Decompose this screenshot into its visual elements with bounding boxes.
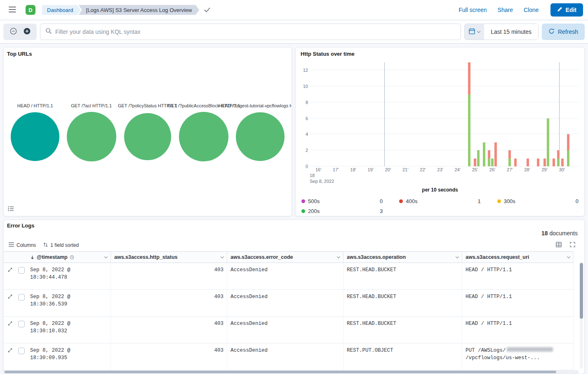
grid-corner-cell <box>4 252 16 263</box>
row-checkbox[interactable] <box>18 267 25 274</box>
column-menu-chevron[interactable] <box>567 255 570 258</box>
status-bar[interactable] <box>477 150 480 166</box>
select-row-cell <box>16 343 27 370</box>
density-button[interactable] <box>556 242 562 249</box>
legend-item-200s[interactable]: 200s3 <box>301 208 383 214</box>
status-bar[interactable] <box>491 159 494 166</box>
top-urls-chart: HEAD / HTTP/1.1GET /?acl HTTP/1.1GET /?p… <box>7 103 288 163</box>
status-bar[interactable] <box>468 62 470 166</box>
row-checkbox[interactable] <box>18 294 25 301</box>
column-header-request_uri[interactable]: aws.s3access.request_uri <box>462 252 574 263</box>
expand-row-button[interactable] <box>7 294 13 316</box>
add-filter-button[interactable] <box>24 28 31 36</box>
status-bar[interactable] <box>474 159 476 166</box>
row-checkbox[interactable] <box>18 321 25 327</box>
legend-toggle-button[interactable] <box>8 206 14 213</box>
column-header-timestamp[interactable]: @timestamp <box>27 252 111 263</box>
url-bubble-slice[interactable] <box>11 112 59 161</box>
full-screen-button[interactable]: Full screen <box>459 7 487 13</box>
url-bubble-item: HEAD / HTTP/1.1 <box>7 103 63 163</box>
grid-select-all-cell <box>16 252 27 263</box>
legend-label: 300s <box>504 198 515 204</box>
expand-row-button[interactable] <box>7 348 13 370</box>
cell-http_status: 403 <box>111 290 227 316</box>
expand-row-button[interactable] <box>7 321 13 343</box>
fullscreen-button[interactable] <box>570 242 575 249</box>
column-header-error_code[interactable]: aws.s3access.error_code <box>227 252 343 263</box>
status-bar[interactable] <box>508 150 511 166</box>
clone-button[interactable]: Clone <box>524 7 539 13</box>
header-left: D Dashboard [Logs AWS] S3 Server Access … <box>5 2 210 17</box>
horizontal-scrollbar-thumb[interactable] <box>5 371 556 373</box>
bar-segment-200s <box>477 150 480 166</box>
url-bubble-slice[interactable] <box>236 112 285 161</box>
column-menu-chevron[interactable] <box>456 255 459 258</box>
status-bar[interactable] <box>483 142 485 166</box>
calendar-button[interactable] <box>465 24 484 40</box>
space-avatar[interactable]: D <box>26 5 35 15</box>
refresh-button[interactable]: Refresh <box>542 24 585 40</box>
edit-button[interactable]: Edit <box>550 3 583 17</box>
search-icon <box>45 28 52 36</box>
filter-options-button[interactable] <box>10 28 17 36</box>
header: D Dashboard [Logs AWS] S3 Server Access … <box>0 0 588 20</box>
top-urls-panel: Top URLs HEAD / HTTP/1.1GET /?acl HTTP/1… <box>3 47 292 216</box>
breadcrumb-dashboard[interactable]: Dashboard <box>42 5 81 15</box>
expand-row-button[interactable] <box>7 267 13 289</box>
y-gridline <box>310 102 579 102</box>
x-tick-label: 23' <box>437 167 443 172</box>
vertical-scrollbar-thumb[interactable] <box>580 263 583 319</box>
status-bar[interactable] <box>494 142 497 166</box>
grid-toolbar-right <box>556 242 579 249</box>
cell-operation: REST.PUT.OBJECT <box>343 343 462 370</box>
url-bubble-slice[interactable] <box>124 113 171 160</box>
row-checkbox[interactable] <box>18 348 25 354</box>
horizontal-scrollbar[interactable] <box>4 370 579 374</box>
legend-item-500s[interactable]: 500s0 <box>301 198 383 204</box>
status-bar[interactable] <box>547 118 549 166</box>
status-bar[interactable] <box>488 150 490 166</box>
column-label: @timestamp <box>37 254 68 260</box>
column-header-http_status[interactable]: aws.s3access.http_status <box>111 252 227 263</box>
x-tick-label: 17' <box>333 167 339 172</box>
sort-fields-button[interactable]: 1 field sorted <box>43 242 79 249</box>
url-bubble-slice[interactable] <box>67 112 116 161</box>
column-menu-chevron[interactable] <box>337 255 340 258</box>
http-status-yaxis: 024681012 <box>301 62 310 166</box>
pencil-icon <box>557 7 562 13</box>
status-bar[interactable] <box>514 159 517 166</box>
legend-item-400s[interactable]: 400s1 <box>399 198 480 204</box>
expand-row-cell <box>4 290 16 316</box>
share-button[interactable]: Share <box>498 7 513 13</box>
http-status-xaxis: 16'17'18'19'20'21'22'23'24'25'26'27'28'2… <box>301 166 579 172</box>
status-bar[interactable] <box>553 159 555 166</box>
vertical-scrollbar[interactable] <box>580 262 583 369</box>
url-bubble-label-wrap: HEAD / HTTP/1.1 <box>7 103 63 110</box>
column-header-operation[interactable]: aws.s3access.operation <box>343 252 462 263</box>
status-bar[interactable] <box>567 134 569 166</box>
legend-dot <box>497 199 501 203</box>
status-bar[interactable] <box>537 159 539 166</box>
cell-request_uri: HEAD / HTTP/1.1 <box>462 290 574 316</box>
status-bar[interactable] <box>557 150 560 166</box>
url-bubble-item: GET /?acl HTTP/1.1 <box>63 103 119 163</box>
legend-label: 500s <box>308 198 320 204</box>
bar-segment-400s <box>553 159 555 166</box>
http-status-chart: 024681012 <box>301 62 579 166</box>
time-marker-line <box>384 62 385 166</box>
column-menu-chevron[interactable] <box>221 255 224 258</box>
status-bar[interactable] <box>527 159 529 166</box>
y-tick-label: 8 <box>306 100 308 105</box>
url-bubble-slice[interactable] <box>179 112 228 161</box>
column-menu-chevron[interactable] <box>104 255 108 258</box>
status-bar[interactable] <box>543 159 546 166</box>
status-bar[interactable] <box>561 159 564 166</box>
grid-header: @timestampaws.s3access.http_statusaws.s3… <box>4 251 574 263</box>
legend-item-300s[interactable]: 300s0 <box>497 198 579 204</box>
kql-input[interactable] <box>55 28 456 35</box>
bar-segment-200s <box>567 150 569 166</box>
columns-button[interactable]: Columns <box>9 242 36 248</box>
table-row: Sep 8, 2022 @ 18:30:09.935403AccessDenie… <box>4 343 574 370</box>
menu-button[interactable] <box>5 2 20 17</box>
time-range-button[interactable]: Last 15 minutes <box>484 24 538 40</box>
